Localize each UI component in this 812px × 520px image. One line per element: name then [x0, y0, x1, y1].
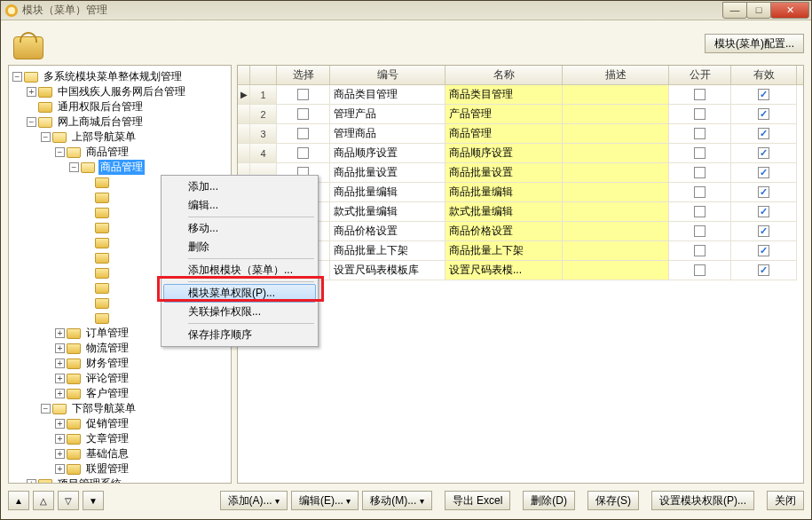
checkbox[interactable]: [694, 167, 706, 178]
col-select[interactable]: 选择: [277, 66, 330, 84]
col-pointer[interactable]: [238, 66, 250, 84]
desc-cell[interactable]: [563, 124, 669, 144]
public-cell[interactable]: [669, 85, 731, 105]
desc-cell[interactable]: [563, 85, 669, 105]
effective-cell[interactable]: ✓: [731, 124, 797, 144]
checkbox[interactable]: ✓: [758, 206, 769, 217]
add-button[interactable]: 添加(A)... ▾: [220, 491, 288, 510]
desc-cell[interactable]: [563, 261, 669, 280]
collapse-icon[interactable]: −: [12, 72, 22, 82]
save-button[interactable]: 保存(S): [587, 491, 639, 510]
desc-cell[interactable]: [563, 163, 669, 183]
ctx-move[interactable]: 移动...: [163, 219, 316, 238]
move-button[interactable]: 移动(M)... ▾: [362, 491, 431, 510]
ctx-related-permission[interactable]: 关联操作权限...: [163, 303, 316, 321]
checkbox[interactable]: [694, 206, 706, 217]
code-cell[interactable]: 商品类目管理: [330, 85, 445, 105]
name-cell[interactable]: 商品管理: [445, 124, 563, 144]
checkbox[interactable]: ✓: [758, 89, 769, 100]
tree-item[interactable]: −网上商城后台管理: [11, 114, 229, 130]
col-rownum[interactable]: [250, 66, 277, 84]
tree-item[interactable]: +基础信息: [11, 446, 229, 461]
table-row[interactable]: 商品批量设置商品批量设置✓: [238, 163, 803, 183]
code-cell[interactable]: 商品价格设置: [330, 222, 445, 241]
public-cell[interactable]: [669, 202, 731, 222]
checkbox[interactable]: [297, 128, 309, 139]
code-cell[interactable]: 款式批量编辑: [330, 202, 445, 222]
delete-button[interactable]: 删除(D): [523, 491, 575, 510]
tree-item[interactable]: −商品管理: [11, 145, 229, 160]
expand-icon[interactable]: +: [55, 328, 65, 338]
select-cell[interactable]: [277, 85, 330, 105]
tree-item[interactable]: +评论管理: [11, 371, 229, 386]
checkbox[interactable]: ✓: [758, 225, 769, 237]
table-row[interactable]: 款式批量编辑款式批量编辑✓: [238, 202, 803, 222]
table-row[interactable]: 4商品顺序设置商品顺序设置✓: [238, 144, 803, 163]
effective-cell[interactable]: ✓: [731, 183, 797, 202]
public-cell[interactable]: [669, 241, 731, 261]
collapse-icon[interactable]: −: [41, 132, 51, 142]
col-public[interactable]: 公开: [669, 66, 731, 84]
effective-cell[interactable]: ✓: [731, 144, 797, 163]
table-row[interactable]: 3管理商品商品管理✓: [238, 124, 803, 144]
expand-icon[interactable]: +: [55, 434, 65, 444]
col-code[interactable]: 编号: [330, 66, 445, 84]
collapse-icon[interactable]: −: [27, 117, 36, 127]
public-cell[interactable]: [669, 183, 731, 202]
checkbox[interactable]: [694, 147, 706, 159]
effective-cell[interactable]: ✓: [731, 261, 797, 280]
close-window-button[interactable]: 关闭: [767, 491, 804, 510]
checkbox[interactable]: [694, 108, 706, 120]
public-cell[interactable]: [669, 105, 731, 124]
tree-item[interactable]: +项目管理系统: [11, 477, 229, 484]
expand-icon[interactable]: +: [55, 343, 65, 353]
move-down-button[interactable]: ▽: [58, 491, 79, 510]
effective-cell[interactable]: ✓: [731, 105, 797, 124]
grid-body[interactable]: ▶1商品类目管理商品类目管理✓2管理产品产品管理✓3管理商品商品管理✓4商品顺序…: [238, 85, 803, 483]
code-cell[interactable]: 商品顺序设置: [330, 144, 445, 163]
move-top-button[interactable]: ▲: [8, 491, 29, 510]
code-cell[interactable]: 商品批量设置: [330, 163, 445, 183]
name-cell[interactable]: 商品类目管理: [445, 85, 563, 105]
effective-cell[interactable]: ✓: [731, 85, 797, 105]
tree-item[interactable]: +财务管理: [11, 356, 229, 371]
move-bottom-button[interactable]: ▼: [83, 491, 104, 510]
name-cell[interactable]: 商品顺序设置: [445, 144, 563, 163]
code-cell[interactable]: 设置尺码表模板库: [330, 261, 445, 280]
public-cell[interactable]: [669, 222, 731, 241]
effective-cell[interactable]: ✓: [731, 163, 797, 183]
effective-cell[interactable]: ✓: [731, 202, 797, 222]
checkbox[interactable]: [694, 264, 706, 276]
move-up-button[interactable]: △: [33, 491, 54, 510]
tree-item-selected[interactable]: −商品管理: [11, 160, 229, 175]
export-excel-button[interactable]: 导出 Excel: [445, 491, 511, 510]
table-row[interactable]: 设置尺码表模板库设置尺码表模...✓: [238, 261, 803, 280]
name-cell[interactable]: 产品管理: [445, 105, 563, 124]
table-row[interactable]: 商品批量编辑商品批量编辑✓: [238, 183, 803, 202]
checkbox[interactable]: [297, 108, 309, 120]
tree-item[interactable]: +中国残疾人服务网后台管理: [11, 84, 229, 99]
code-cell[interactable]: 管理产品: [330, 105, 445, 124]
effective-cell[interactable]: ✓: [731, 241, 797, 261]
ctx-add-root[interactable]: 添加根模块（菜单）...: [163, 261, 316, 280]
checkbox[interactable]: ✓: [758, 147, 769, 159]
checkbox[interactable]: ✓: [758, 128, 769, 139]
name-cell[interactable]: 商品批量上下架: [445, 241, 563, 261]
table-row[interactable]: 商品价格设置商品价格设置✓: [238, 222, 803, 241]
tree-item[interactable]: +文章管理: [11, 431, 229, 446]
tree-item[interactable]: −多系统模块菜单整体规划管理: [11, 69, 229, 84]
select-cell[interactable]: [277, 144, 330, 163]
name-cell[interactable]: 商品批量编辑: [445, 183, 563, 202]
public-cell[interactable]: [669, 261, 731, 280]
name-cell[interactable]: 商品价格设置: [445, 222, 563, 241]
ctx-module-permission[interactable]: 模块菜单权限(P)...: [163, 284, 316, 303]
desc-cell[interactable]: [563, 202, 669, 222]
expand-icon[interactable]: +: [55, 389, 65, 398]
tree-item[interactable]: +联盟管理: [11, 461, 229, 477]
checkbox[interactable]: [694, 128, 706, 139]
public-cell[interactable]: [669, 144, 731, 163]
tree-item[interactable]: −上部导航菜单: [11, 130, 229, 145]
checkbox[interactable]: ✓: [758, 186, 769, 198]
checkbox[interactable]: ✓: [758, 245, 769, 256]
expand-icon[interactable]: +: [55, 449, 65, 459]
